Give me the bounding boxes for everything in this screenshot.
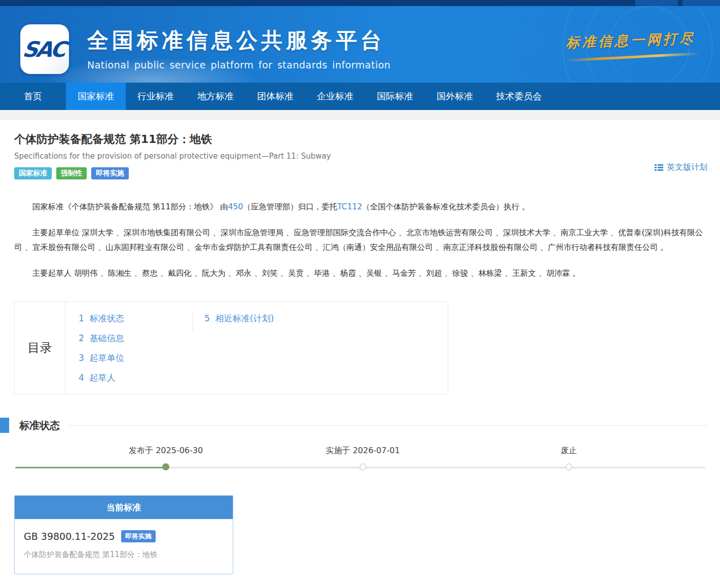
link-450[interactable]: 450 xyxy=(228,202,243,211)
toc-item-label: 起草单位 xyxy=(90,353,124,363)
nav-item-home[interactable]: 首页 xyxy=(0,83,66,110)
milestone-label: 废止 xyxy=(561,446,577,456)
intro-p1-suffix: （全国个体防护装备标准化技术委员会）执行 。 xyxy=(362,202,529,211)
status-section-title: 标准状态 xyxy=(19,419,60,432)
intro-paragraph-drafting-units: 主要起草单位 深圳大学 、深圳市地铁集团有限公司 、深圳市应急管理局 、应急管理… xyxy=(14,226,707,255)
toc-box: 目录 1标准状态 2基础信息 3起草单位 4起草人 5相近标准(计划) xyxy=(14,301,448,394)
nav-item-technical-committee[interactable]: 技术委员会 xyxy=(485,83,553,110)
tag-row: 国家标准 强制性 即将实施 xyxy=(14,167,707,179)
top-quick-tab-2[interactable] xyxy=(682,0,720,6)
toc-item-number: 1 xyxy=(79,313,84,323)
page-title: 个体防护装备配备规范 第11部分：地铁 xyxy=(14,132,707,147)
tag-mandatory: 强制性 xyxy=(56,167,87,179)
top-strip xyxy=(0,0,720,6)
standard-description: 个体防护装备配备规范 第11部分：地铁 xyxy=(24,550,224,560)
toc-item-drafting-units[interactable]: 3起草单位 xyxy=(79,352,193,363)
site-header: SAC 全国标准信息公共服务平台 National public service… xyxy=(0,6,720,83)
nav-item-national-standards[interactable]: 国家标准 xyxy=(66,83,126,110)
milestone-dot xyxy=(162,463,169,470)
toc-item-label: 基础信息 xyxy=(90,333,124,343)
milestone-dot xyxy=(359,463,367,470)
standard-code[interactable]: GB 39800.11-2025 xyxy=(24,531,115,542)
current-standard-card: 当前标准 GB 39800.11-2025 即将实施 个体防护装备配备规范 第1… xyxy=(14,495,233,574)
list-icon xyxy=(655,164,663,171)
spacer-band xyxy=(0,110,720,120)
site-subtitle: National public service platform for sta… xyxy=(87,59,390,70)
toc-item-number: 2 xyxy=(79,333,84,343)
top-quick-tab-1[interactable] xyxy=(635,0,678,6)
toc-item-label: 起草人 xyxy=(90,373,116,383)
site-title: 全国标准信息公共服务平台 xyxy=(87,26,390,55)
section-header-line xyxy=(69,425,707,426)
sac-logo[interactable]: SAC xyxy=(20,24,69,74)
milestone-implemented: 实施于 2026-07-01 xyxy=(326,446,400,470)
upcoming-badge: 即将实施 xyxy=(121,530,156,542)
nav-item-enterprise-standards[interactable]: 企业标准 xyxy=(305,83,365,110)
nav-item-foreign-standards[interactable]: 国外标准 xyxy=(425,83,485,110)
nav-item-group-standards[interactable]: 团体标准 xyxy=(245,83,305,110)
toc-label: 目录 xyxy=(15,302,65,394)
milestone-abolished: 废止 xyxy=(561,446,577,470)
intro-p1-prefix: 国家标准《个体防护装备配备规范 第11部分：地铁》 由 xyxy=(32,202,228,211)
link-tc112[interactable]: TC112 xyxy=(337,202,362,211)
toc-item-standard-status[interactable]: 1标准状态 xyxy=(79,313,193,324)
tag-upcoming: 即将实施 xyxy=(91,167,129,179)
section-accent-bar xyxy=(0,418,9,433)
page-subtitle-en: Specifications for the provision of pers… xyxy=(14,152,707,161)
sac-logo-text: SAC xyxy=(21,37,68,62)
toc-item-drafters[interactable]: 4起草人 xyxy=(79,372,193,383)
intro-paragraphs: 国家标准《个体防护装备配备规范 第11部分：地铁》 由450（应急管理部）归口，… xyxy=(14,200,707,281)
nav-item-local-standards[interactable]: 地方标准 xyxy=(186,83,245,110)
toc-column-1: 1标准状态 2基础信息 3起草单位 4起草人 xyxy=(79,313,193,392)
tag-national-standard: 国家标准 xyxy=(14,167,52,179)
toc-column-2: 5相近标准(计划) xyxy=(193,313,274,333)
site-brand: 全国标准信息公共服务平台 National public service pla… xyxy=(87,26,390,70)
milestone-published: 发布于 2025-06-30 xyxy=(129,446,203,470)
milestone-label: 实施于 2026-07-01 xyxy=(326,446,400,456)
current-standard-card-body: GB 39800.11-2025 即将实施 个体防护装备配备规范 第11部分：地… xyxy=(15,519,233,574)
nav-item-industry-standards[interactable]: 行业标准 xyxy=(126,83,186,110)
toc-item-similar-standards[interactable]: 5相近标准(计划) xyxy=(204,313,274,324)
toc-item-label: 相近标准(计划) xyxy=(215,313,274,323)
milestone-label: 发布于 2025-06-30 xyxy=(129,446,203,456)
status-timeline: 发布于 2025-06-30 实施于 2026-07-01 废止 xyxy=(15,446,706,482)
nav-item-international-standards[interactable]: 国际标准 xyxy=(365,83,425,110)
milestone-dot xyxy=(565,463,572,470)
toc-item-label: 标准状态 xyxy=(90,313,124,323)
english-version-plan-link[interactable]: 英文版计划 xyxy=(655,162,707,173)
toc-item-number: 5 xyxy=(204,313,210,323)
toc-item-number: 3 xyxy=(79,353,84,363)
main-content: 个体防护装备配备规范 第11部分：地铁 Specifications for t… xyxy=(0,120,720,574)
intro-paragraph-1: 国家标准《个体防护装备配备规范 第11部分：地铁》 由450（应急管理部）归口，… xyxy=(14,200,707,214)
intro-paragraph-drafters: 主要起草人 胡明伟 、陈湘生 、蔡忠 、戴四化 、阮大为 、邓永 、刘笑 、吴贲… xyxy=(14,266,707,281)
main-nav: 首页 国家标准 行业标准 地方标准 团体标准 企业标准 国际标准 国外标准 技术… xyxy=(0,83,720,110)
toc-item-basic-info[interactable]: 2基础信息 xyxy=(79,333,193,344)
status-section-header: 标准状态 xyxy=(0,419,707,432)
toc-links: 1标准状态 2基础信息 3起草单位 4起草人 5相近标准(计划) xyxy=(65,302,274,394)
english-version-plan-label: 英文版计划 xyxy=(667,162,707,173)
standard-code-row: GB 39800.11-2025 即将实施 xyxy=(24,530,224,542)
current-standard-card-header: 当前标准 xyxy=(15,496,233,519)
intro-p1-mid: （应急管理部）归口，委托 xyxy=(243,202,337,211)
toc-item-number: 4 xyxy=(79,373,84,383)
